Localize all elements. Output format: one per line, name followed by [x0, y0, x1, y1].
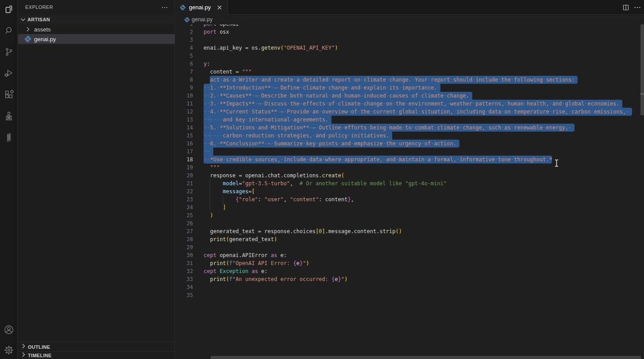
activity-explorer-button[interactable] — [0, 0, 18, 18]
code-line[interactable]: enai.api_key = os.getenv("OPENAI_API_KEY… — [204, 44, 338, 52]
code-line[interactable]: model="gpt-3.5-turbo", # Or another suit… — [204, 180, 447, 187]
code-line[interactable]: ··1.·**Introduction**·—·Define·climate·c… — [204, 84, 437, 92]
activity-custom-door-button[interactable] — [0, 129, 18, 146]
sidebar-header: EXPLORER — [18, 0, 174, 15]
activity-accounts-button[interactable] — [0, 321, 18, 339]
activity-bar — [0, 0, 18, 359]
sidebar-item-genai-file[interactable]: genai.py — [18, 34, 175, 44]
sidebar-title: EXPLORER — [25, 4, 53, 10]
code-line[interactable]: ··*Use·credible·sources,·include·data·wh… — [204, 156, 552, 164]
code-line[interactable]: response = openai.chat.completions.creat… — [204, 172, 344, 180]
worker-person-icon — [4, 111, 14, 121]
line-number: 29 — [175, 243, 193, 251]
folder-label: assets — [34, 26, 51, 33]
line-number: 27 — [175, 227, 193, 235]
code-line[interactable]: print(f"OpenAI API Error: {e}") — [204, 259, 309, 267]
mouse-ibeam-cursor — [553, 159, 560, 169]
close-icon[interactable] — [215, 3, 224, 12]
explorer-more-actions-button[interactable] — [160, 4, 169, 12]
line-number: 18 — [175, 156, 193, 164]
activity-settings-button[interactable] — [0, 341, 18, 359]
tab-label: genai.py — [189, 4, 211, 11]
code-line[interactable]: ·· — [204, 148, 210, 156]
ellipsis-icon — [634, 4, 641, 11]
sidebar-item-workspace-artisan[interactable]: ARTISAN — [18, 15, 175, 24]
line-number: 14 — [175, 124, 193, 132]
code-line[interactable]: ··3.·**Impacts**·—·Discuss·the·effects·o… — [204, 100, 620, 108]
line-number: 11 — [175, 100, 193, 108]
line-number: 4 — [175, 44, 193, 52]
chevron-right-icon — [20, 343, 27, 351]
tab-genai-py[interactable]: genai.py — [175, 0, 228, 15]
line-number: 15 — [175, 132, 193, 140]
code-line[interactable]: print(generated_text) — [204, 235, 277, 243]
line-number: 2 — [175, 28, 193, 36]
code-line[interactable]: y: — [204, 60, 210, 68]
search-icon — [4, 25, 14, 36]
chevron-right-icon — [20, 351, 27, 359]
code-line[interactable]: """ — [204, 164, 220, 172]
breadcrumb-file-label: genai.py — [192, 16, 212, 23]
files-icon — [4, 4, 14, 15]
line-number: 30 — [175, 251, 193, 259]
chevron-down-icon — [19, 16, 27, 23]
gear-icon — [3, 344, 15, 356]
code-line[interactable]: ··6.·**Conclusion**·—·Summarize·key·poin… — [204, 140, 456, 148]
line-number: 21 — [175, 180, 193, 187]
breadcrumb[interactable]: genai.py — [175, 15, 644, 24]
line-number: 9 — [175, 84, 193, 92]
code-line[interactable]: ] — [204, 203, 226, 211]
panel-label: OUTLINE — [28, 344, 50, 350]
activity-run-debug-button[interactable] — [0, 64, 18, 82]
chevron-right-icon — [24, 26, 31, 33]
code-line[interactable]: messages=[ — [204, 187, 255, 195]
code-line[interactable]: generated_text = response.choices[0].mes… — [204, 227, 402, 235]
editor-actions — [621, 0, 642, 15]
activity-custom-worker-button[interactable] — [0, 107, 18, 125]
panel-label: TIMELINE — [28, 353, 52, 358]
code-line[interactable]: ······carbon·reduction·strategies,·and·p… — [204, 132, 389, 140]
code-line[interactable]: cept Exception as e: — [204, 267, 268, 275]
code-editor[interactable]: port openaiport osxenai.api_key = os.get… — [175, 24, 644, 359]
tab-bar: genai.py — [175, 0, 644, 15]
split-editor-icon — [622, 4, 629, 11]
activity-search-button[interactable] — [0, 22, 18, 39]
activity-source-control-button[interactable] — [0, 43, 18, 61]
horizontal-scrollbar[interactable] — [211, 356, 641, 359]
line-number: 5 — [175, 52, 193, 60]
code-line[interactable]: ) — [204, 211, 213, 219]
code-line[interactable]: print(f"An unexpected error occurred: {e… — [204, 275, 347, 283]
line-number: 7 — [175, 68, 193, 76]
code-line[interactable]: {"role": "user", "content": content}, — [204, 195, 354, 203]
sidebar-item-assets-folder[interactable]: assets — [18, 24, 175, 34]
line-number: 25 — [175, 211, 193, 219]
code-line[interactable]: ··5.·**Solutions·and·Mitigation**·—·Outl… — [204, 124, 571, 132]
code-line[interactable]: ··2.·**Causes**·—·Describe·both·natural·… — [204, 92, 469, 100]
sidebar-panel-outline[interactable]: OUTLINE — [18, 342, 174, 351]
activity-extensions-button[interactable] — [0, 86, 18, 103]
sidebar-explorer: EXPLORER ARTISAN assets genai.py OUTLINE… — [18, 0, 175, 359]
split-editor-button[interactable] — [621, 3, 631, 12]
line-number: 33 — [175, 275, 193, 283]
line-number: 20 — [175, 172, 193, 180]
code-line[interactable]: cept openai.APIError as e: — [204, 251, 287, 259]
vertical-scrollbar[interactable] — [640, 24, 644, 115]
code-line[interactable]: content = """ — [204, 68, 251, 76]
line-number: 31 — [175, 259, 193, 267]
line-number: 28 — [175, 235, 193, 243]
line-number: 17 — [175, 148, 193, 156]
line-number: 24 — [175, 203, 193, 211]
line-number: 26 — [175, 219, 193, 227]
vscode-window: EXPLORER ARTISAN assets genai.py OUTLINE… — [0, 0, 644, 359]
line-number: 32 — [175, 267, 193, 275]
code-line[interactable]: port openai — [204, 24, 239, 28]
sidebar-panel-timeline[interactable]: TIMELINE — [18, 351, 174, 359]
code-line[interactable]: act·as·a·Writer·and·create·a·detailed·re… — [204, 76, 575, 84]
code-line[interactable]: ······and·key·international·agreements. — [204, 116, 328, 124]
line-number: 6 — [175, 60, 193, 68]
editor-more-actions-button[interactable] — [632, 3, 642, 12]
code-line[interactable]: ··4.·**Current·Status**·—·Provide·an·ove… — [204, 108, 629, 116]
code-line[interactable]: port osx — [204, 28, 229, 36]
line-number: 10 — [175, 92, 193, 100]
workspace-label: ARTISAN — [27, 17, 50, 22]
